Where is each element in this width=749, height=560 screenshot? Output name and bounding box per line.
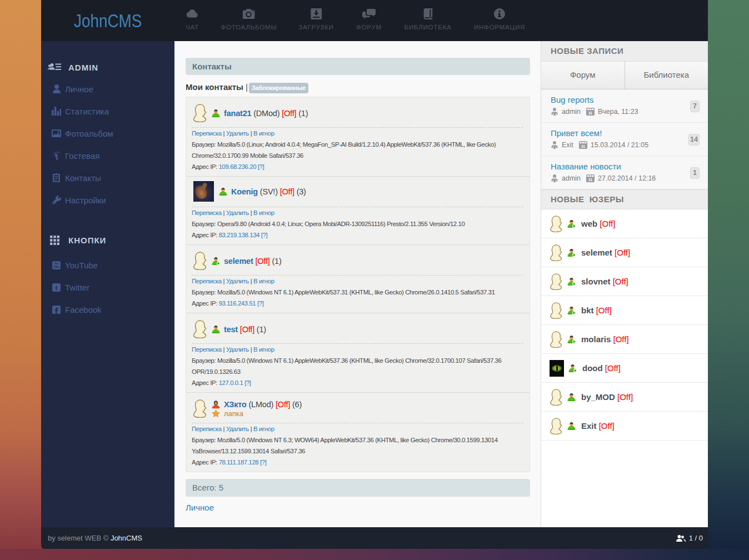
svg-text:Tube: Tube (53, 265, 59, 268)
svg-text:31: 31 (588, 178, 593, 182)
svg-text:t: t (56, 284, 58, 291)
svg-text:31: 31 (581, 144, 586, 148)
svg-text:You: You (54, 262, 58, 265)
svg-text:31: 31 (588, 111, 593, 115)
